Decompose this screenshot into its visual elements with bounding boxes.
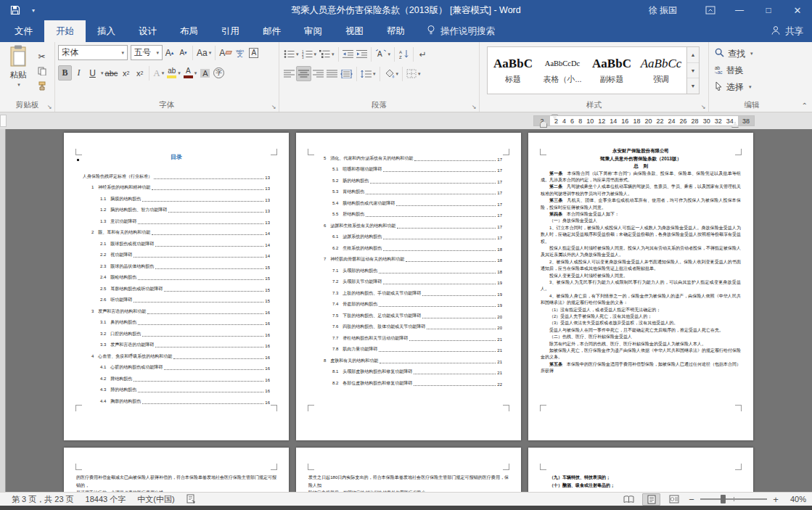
proofing-status-icon[interactable] xyxy=(186,494,196,505)
styles-scroll-up-button[interactable]: ▲ xyxy=(687,47,699,63)
bold-button[interactable]: B xyxy=(58,65,72,81)
ribbon-tab-2[interactable]: 插入 xyxy=(86,20,127,42)
highlight-button[interactable]: ab▾ xyxy=(165,65,182,81)
subscript-button[interactable]: x2 xyxy=(119,65,133,81)
character-border-button[interactable]: A xyxy=(247,45,261,60)
page-2[interactable]: 5 消化、代谢和内分泌系统有关的结构和功能175.1 咀嚼和吞咽功能障碍175.… xyxy=(296,133,521,440)
styles-more-button[interactable]: ▼ xyxy=(687,78,699,94)
ribbon-tab-4[interactable]: 布局 xyxy=(168,20,210,42)
phonetic-guide-button[interactable]: wén文 xyxy=(233,45,247,60)
bullets-button[interactable]: ▾ xyxy=(282,46,300,62)
numbering-button[interactable]: 123▾ xyxy=(300,46,319,62)
cut-button[interactable]: ✂ xyxy=(35,50,49,64)
clear-formatting-button[interactable]: A xyxy=(218,45,233,60)
toc-dotted-leader xyxy=(154,178,263,179)
toc-entry: 7.5 下肢的结构损伤、足功能或关节功能障碍20 xyxy=(315,308,502,319)
web-layout-button[interactable] xyxy=(665,493,683,506)
change-case-button[interactable]: Aa▾ xyxy=(195,45,213,60)
paragraph-dialog-launcher[interactable]: ↘ xyxy=(470,103,477,110)
align-right-button[interactable] xyxy=(311,66,325,81)
strikethrough-button[interactable]: abc xyxy=(104,65,120,81)
language-status[interactable]: 中文(中国) xyxy=(137,494,174,505)
superscript-button[interactable]: x2 xyxy=(133,65,147,81)
copy-button[interactable] xyxy=(35,65,49,79)
align-center-button[interactable] xyxy=(296,66,311,81)
styles-scroll-down-button[interactable]: ▼ xyxy=(687,63,699,79)
toc-entry: 7.3 上肢的结构损伤、手功能或关节功能障碍19 xyxy=(315,285,502,297)
text-effects-button[interactable]: A▾ xyxy=(152,65,165,81)
style-item-0[interactable]: AaBbC标题 xyxy=(489,49,537,91)
page-4[interactable]: 的医疗费用补偿金额减去已由被保险人获得补偿的，符合本保险单签发地社会医疗保险主管… xyxy=(64,448,289,492)
ribbon-tab-3[interactable]: 设计 xyxy=(127,20,168,42)
underline-button[interactable]: U xyxy=(86,65,99,81)
ribbon-tab-7[interactable]: 审阅 xyxy=(292,20,334,42)
zoom-slider[interactable] xyxy=(700,498,767,500)
asian-layout-button[interactable]: A▾ xyxy=(374,46,393,62)
zoom-slider-thumb[interactable] xyxy=(721,495,726,503)
increase-indent-button[interactable] xyxy=(355,46,369,62)
enclose-characters-button[interactable]: 字 xyxy=(212,65,226,81)
style-item-3[interactable]: AaBbCc强调 xyxy=(637,49,685,91)
ribbon-tab-9[interactable]: 帮助 xyxy=(375,20,417,42)
horizontal-ruler[interactable]: 2 246810121416182022242628303234 38 xyxy=(533,115,755,126)
borders-button[interactable]: ▾ xyxy=(405,66,422,81)
tell-me-search[interactable]: 操作说明搜索 xyxy=(427,20,495,42)
select-button[interactable]: 选择▾ xyxy=(712,80,792,94)
align-left-button[interactable] xyxy=(282,66,296,81)
user-name[interactable]: 徐 振国 xyxy=(649,4,677,17)
multilevel-list-button[interactable]: ▾ xyxy=(318,46,336,62)
format-painter-button[interactable] xyxy=(35,81,49,94)
page-3[interactable]: 永安财产保险股份有限公司驾乘人员意外伤害保险条款（2013版）总 则第一条 本保… xyxy=(528,133,753,440)
character-shading-button[interactable]: A xyxy=(198,65,212,81)
word-count-status[interactable]: 18443 个字 xyxy=(86,494,126,505)
shading-button[interactable]: ▾ xyxy=(382,66,401,81)
ribbon-tab-8[interactable]: 视图 xyxy=(334,20,375,42)
ribbon-tab-6[interactable]: 邮件 xyxy=(251,20,292,42)
zoom-in-button[interactable]: + xyxy=(771,494,780,505)
line-spacing-button[interactable]: ▾ xyxy=(359,66,377,81)
sort-button[interactable]: AZ xyxy=(397,46,411,62)
italic-button[interactable]: I xyxy=(72,65,86,81)
grow-font-button[interactable]: A▴ xyxy=(163,45,176,60)
page3-paragraph: 投保人指定受益人时须经被保险人同意。投保人为与其有劳动关系的劳动者投保，不得指定… xyxy=(541,245,741,259)
style-item-1[interactable]: AaBbCcDc表格（小... xyxy=(538,49,586,91)
font-size-select[interactable]: 五号▾ xyxy=(131,45,163,60)
paste-button[interactable]: 粘贴 ▾ xyxy=(3,45,33,97)
find-button[interactable]: 查找▾ xyxy=(712,46,792,61)
ribbon-tab-1[interactable]: 开始 xyxy=(44,20,86,42)
justify-button[interactable] xyxy=(325,66,339,81)
underline-dropdown-arrow[interactable]: ▾ xyxy=(101,70,104,76)
toc-page-number: 14 xyxy=(265,231,270,236)
read-mode-button[interactable] xyxy=(620,493,638,506)
page-5[interactable]: 发生之日起180日内实际支出的，符合本保险单签发地社会医疗保险主管部门规定可报销… xyxy=(296,448,521,492)
page-number-status[interactable]: 第 3 页，共 23 页 xyxy=(12,494,74,505)
font-dialog-launcher[interactable]: ↘ xyxy=(270,103,277,110)
styles-dialog-launcher[interactable]: ↘ xyxy=(700,103,707,110)
customize-qat-button[interactable]: ▾ xyxy=(32,7,35,14)
decrease-indent-button[interactable] xyxy=(341,46,355,62)
ribbon-tab-0[interactable]: 文件 xyxy=(3,20,44,42)
zoom-percentage[interactable]: 40% xyxy=(784,495,806,503)
show-marks-button[interactable]: ↵ xyxy=(416,46,430,62)
shrink-font-button[interactable]: A▾ xyxy=(176,45,190,60)
toc-page-number: 13 xyxy=(265,176,270,180)
distribute-button[interactable] xyxy=(339,66,354,81)
page-1[interactable]: 目录 人身保险伤残评定标准（行业标准）131 神经系统的结构和精神功能131.1… xyxy=(64,133,289,440)
page-6[interactable]: （九）车辆特技、特技表演的；（十）酗酒、吸食或注射毒品的； xyxy=(528,448,753,492)
toc-dotted-leader xyxy=(414,385,496,386)
zoom-out-button[interactable]: − xyxy=(687,494,696,505)
style-item-2[interactable]: AaBbC副标题 xyxy=(588,49,636,91)
minimize-button[interactable]: — xyxy=(725,0,754,20)
close-button[interactable]: ✕ xyxy=(783,0,812,20)
font-color-button[interactable]: A▾ xyxy=(182,65,199,81)
maximize-button[interactable]: □ xyxy=(754,0,783,20)
print-layout-button[interactable] xyxy=(642,493,660,506)
share-button[interactable]: 共享 xyxy=(771,20,803,42)
collapse-ribbon-button[interactable]: ⌃ xyxy=(802,102,808,110)
save-icon[interactable] xyxy=(9,4,22,17)
ribbon-display-options-button[interactable] xyxy=(696,0,725,20)
clipboard-dialog-launcher[interactable]: ↘ xyxy=(46,103,53,110)
replace-button[interactable]: ab⤷ac 替换 xyxy=(712,63,792,78)
ribbon-tab-5[interactable]: 引用 xyxy=(210,20,251,42)
font-name-select[interactable]: 宋体▾ xyxy=(58,45,128,60)
